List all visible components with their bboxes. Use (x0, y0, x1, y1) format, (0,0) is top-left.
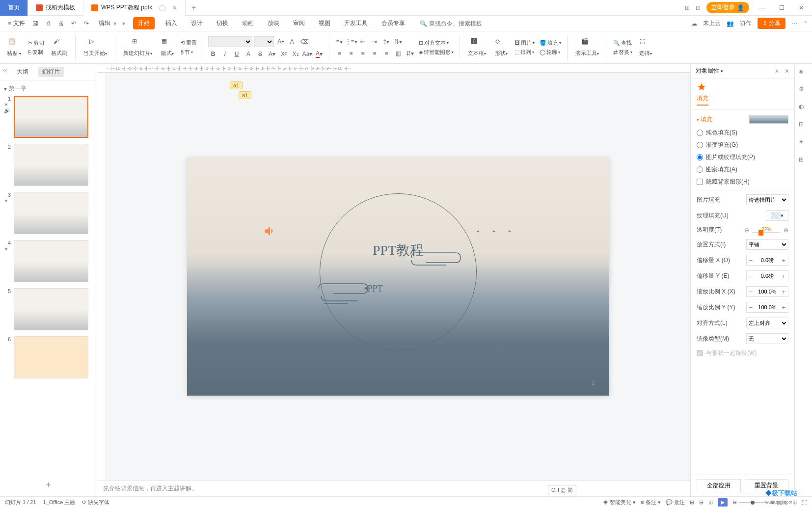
play-from-current-button[interactable]: ▷ 当页开始▾ (81, 37, 110, 58)
layout-button[interactable]: ▦ 版式▾ (158, 37, 177, 58)
arrange-button[interactable]: ⬚ 排列▾ (514, 48, 536, 56)
view-sorter-icon[interactable]: ⊟ (699, 499, 704, 506)
change-case-icon[interactable]: Aa▾ (302, 49, 312, 59)
edit-menu[interactable]: 编辑 (99, 19, 110, 27)
tab-close-icon[interactable]: ✕ (172, 4, 177, 11)
justify-icon[interactable]: ≡ (370, 49, 379, 58)
side-tool-6[interactable]: ⊞ (799, 156, 809, 166)
align-text-button[interactable]: ⊟ 对齐文本▾ (418, 39, 455, 47)
new-slide-button[interactable]: ⊞ 新建幻灯片▾ (120, 37, 155, 58)
copy-button[interactable]: ⎘ 复制 (27, 48, 45, 56)
decrease-indent-icon[interactable]: ⇤ (358, 37, 368, 47)
align-right-icon[interactable]: ≡ (358, 49, 368, 58)
select-button[interactable]: ⬚ 选择▾ (636, 37, 655, 58)
notes-toggle[interactable]: ≡ 备注 ▾ (641, 499, 661, 506)
tab-home[interactable]: 首页 (0, 0, 28, 16)
picture-fill-select[interactable]: 请选择图片 (746, 194, 788, 205)
tab-templates[interactable]: 找稻壳模板 (28, 0, 83, 16)
radio-pattern-fill[interactable]: 图案填充(A) (697, 165, 788, 174)
radio-gradient-fill[interactable]: 渐变填充(G) (697, 141, 788, 149)
ribbon-tab-view[interactable]: 视图 (316, 17, 333, 29)
side-tool-settings[interactable]: ⚙ (799, 85, 809, 95)
presenter-tools-button[interactable]: 🎬 演示工具▾ (572, 37, 602, 58)
shape-button[interactable]: ◇ 形状▾ (492, 37, 511, 58)
side-tool-3[interactable]: ◐ (799, 103, 809, 113)
side-tool-4[interactable]: ⊡ (799, 121, 809, 131)
ribbon-tab-review[interactable]: 审阅 (290, 17, 308, 29)
image-button[interactable]: 🖼 图片▾ (514, 39, 536, 47)
increase-indent-icon[interactable]: ⇥ (370, 37, 379, 47)
outline-button[interactable]: ◯ 轮廓▾ (539, 48, 562, 56)
fill-button[interactable]: 🪣 填充▾ (539, 39, 562, 47)
mirror-select[interactable]: 无 (746, 333, 788, 344)
apps-icon[interactable]: ⊟ (696, 4, 701, 11)
scale-x-spinner[interactable]: −+ (746, 286, 788, 297)
find-button[interactable]: 🔍 查找 (612, 39, 633, 47)
minimize-button[interactable]: — (755, 4, 769, 11)
cloud-icon[interactable]: ☁ (691, 20, 697, 27)
redo-icon[interactable]: ↷ (82, 19, 91, 28)
cut-button[interactable]: ✂ 剪切 (27, 39, 45, 47)
ribbon-tab-insert[interactable]: 插入 (162, 17, 180, 29)
ribbon-tab-design[interactable]: 设计 (188, 17, 206, 29)
add-slide-button[interactable]: + (0, 474, 97, 496)
check-rotate-with-shape[interactable]: 与形状一起旋转(W) (697, 349, 788, 357)
clear-format-icon[interactable]: ⌫ (299, 37, 309, 47)
strike-icon[interactable]: S (255, 49, 265, 59)
underline-icon[interactable]: U (232, 49, 242, 59)
slide-thumbnail-3[interactable] (14, 192, 88, 234)
ribbon-tab-developer[interactable]: 开发工具 (341, 17, 371, 29)
placement-select[interactable]: 平铺 (746, 239, 788, 250)
highlight-icon[interactable]: A▾ (267, 49, 277, 59)
subscript-icon[interactable]: X₂ (291, 49, 300, 59)
comment-tag-1[interactable]: a1 (230, 81, 243, 89)
command-search-input[interactable] (429, 20, 498, 27)
layout-mode-icon[interactable]: ⊞ (685, 4, 690, 11)
share-button[interactable]: ⇪ 分享 (758, 18, 785, 29)
audio-object-icon[interactable] (263, 224, 277, 238)
textbox-button[interactable]: 🅰 文本框▾ (465, 37, 489, 58)
bullets-icon[interactable]: ≡▾ (334, 37, 344, 47)
slide-thumbnail-6[interactable] (14, 336, 88, 378)
collab-icon[interactable]: 👥 (727, 20, 734, 27)
comment-tag-2[interactable]: a1 (239, 91, 251, 99)
line-spacing-icon[interactable]: ‡▾ (381, 37, 391, 47)
undo-icon[interactable]: ↶ (69, 19, 78, 28)
smart-shape-button[interactable]: ◈ 转智能图形▾ (418, 48, 455, 56)
offset-x-spinner[interactable]: −+ (746, 255, 788, 266)
radio-picture-fill[interactable]: 图片或纹理填充(P) (697, 153, 788, 161)
outline-tab[interactable]: 大纲 (13, 67, 32, 77)
login-button[interactable]: 立即登录 👤 (706, 2, 749, 13)
vertical-align-icon[interactable]: ⇵▾ (405, 49, 415, 58)
chapter-header[interactable]: ▾ 第一章 (4, 84, 93, 93)
view-reading-icon[interactable]: ⊡ (708, 499, 713, 506)
more-icon[interactable]: ⋯ (791, 20, 797, 27)
offset-y-spinner[interactable]: −+ (746, 270, 788, 281)
slide-thumbnail-4[interactable] (14, 240, 88, 282)
view-normal-icon[interactable]: ⊞ (690, 499, 694, 506)
decrease-font-icon[interactable]: A- (288, 37, 298, 47)
italic-icon[interactable]: I (220, 49, 230, 59)
paste-button[interactable]: 📋 粘贴 ▾ (4, 37, 24, 58)
tab-file[interactable]: WPS PPT教程.pptx ◯ ✕ (83, 0, 186, 16)
close-button[interactable]: ✕ (794, 4, 808, 11)
edit-dropdown-icon[interactable]: ▾ (113, 20, 116, 27)
fill-preview-swatch[interactable] (749, 115, 788, 124)
fullscreen-icon[interactable]: ⛶ (802, 500, 807, 506)
text-direction-icon[interactable]: ⇅▾ (393, 37, 403, 47)
collapse-panel-icon[interactable]: ‹‹ (3, 67, 7, 77)
slide-thumbnail-1[interactable] (14, 96, 88, 138)
zoom-slider[interactable] (739, 502, 768, 503)
section-button[interactable]: § 节▾ (180, 48, 198, 56)
print-icon[interactable]: 🖨 (56, 19, 65, 28)
superscript-icon[interactable]: X² (279, 49, 289, 59)
font-effect-icon[interactable]: A (244, 49, 253, 59)
texture-fill-select[interactable]: ▾ (766, 210, 788, 221)
distribute-icon[interactable]: ≡ (381, 49, 391, 58)
replace-button[interactable]: ⇄ 替换▾ (612, 48, 633, 56)
side-tool-1[interactable]: ◈ (799, 68, 809, 78)
numbering-icon[interactable]: ⋮≡▾ (346, 37, 356, 47)
pin-icon[interactable]: ⊼ (775, 68, 779, 75)
bold-icon[interactable]: B (208, 49, 218, 59)
hamburger-icon[interactable]: ≡ (8, 20, 11, 27)
